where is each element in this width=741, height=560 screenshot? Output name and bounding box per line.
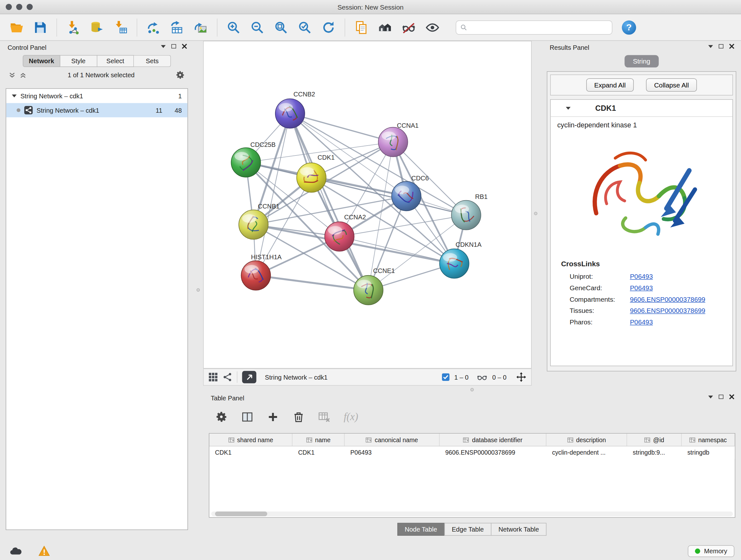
zoom-selected-button[interactable] [294, 17, 316, 38]
cell-description[interactable]: cyclin-dependent ... [546, 446, 627, 459]
tab-select[interactable]: Select [97, 55, 134, 67]
cell-id[interactable]: stringdb:9... [627, 446, 682, 459]
node-CCNB2[interactable]: CCNB2 [275, 91, 315, 128]
network-from-selection-button[interactable] [142, 17, 164, 38]
network-collection-row[interactable]: String Network – cdk1 1 [6, 89, 187, 103]
column-header-name[interactable]: name [292, 434, 345, 446]
cell-shared-name[interactable]: CDK1 [209, 446, 292, 459]
column-header-database-identifier[interactable]: database identifier [440, 434, 546, 446]
memory-button[interactable]: Memory [688, 545, 734, 557]
edge-CCNB2-HIST1H1A[interactable] [256, 114, 290, 275]
panel-float-menu-icon[interactable] [708, 395, 713, 398]
grid-view-icon[interactable] [208, 372, 218, 382]
table-settings-gear-icon[interactable] [215, 411, 228, 423]
scrollbar-thumb[interactable] [215, 511, 267, 516]
column-header-id[interactable]: @id [627, 434, 682, 446]
cell-database-identifier[interactable]: 9606.ENSP00000378699 [440, 446, 546, 459]
panel-close-icon[interactable] [182, 44, 187, 49]
crosslink-link[interactable]: P06493 [630, 318, 653, 326]
left-splitter-handle[interactable] [197, 288, 200, 292]
node-CCNA1[interactable]: CCNA1 [379, 122, 419, 157]
selected-checkbox-icon[interactable] [442, 373, 450, 381]
tab-network[interactable]: Network [23, 55, 60, 67]
right-splitter-handle[interactable] [534, 212, 537, 215]
expand-all-networks-icon[interactable] [9, 71, 16, 78]
network-row-selected[interactable]: String Network – cdk1 11 48 [6, 103, 187, 118]
table-from-network-button[interactable] [166, 17, 188, 38]
hide-selected-button[interactable] [398, 17, 420, 38]
node-HIST1H1A[interactable]: HIST1H1A [241, 253, 282, 290]
edge-CDC6-CCNE1[interactable] [368, 196, 406, 290]
panel-close-icon[interactable] [729, 44, 734, 49]
node-RB1[interactable]: RB1 [452, 193, 488, 230]
pan-crosshair-icon[interactable] [516, 372, 527, 382]
panel-float-icon[interactable] [719, 395, 724, 399]
edge-CCNB2-CCNE1[interactable] [290, 114, 368, 290]
network-canvas[interactable]: CCNB2CCNA1CDC25BCDK1CDC6RB1CCNB1CCNA2CDK… [204, 41, 531, 368]
import-table-button[interactable] [110, 17, 131, 38]
copy-document-button[interactable] [350, 17, 372, 38]
show-all-button[interactable] [421, 17, 443, 38]
crosslink-link[interactable]: 9606.ENSP00000378699 [630, 307, 705, 314]
column-header-description[interactable]: description [546, 434, 627, 446]
search-input[interactable] [470, 23, 608, 30]
zoom-in-button[interactable] [223, 17, 245, 38]
network-options-gear-icon[interactable] [176, 70, 185, 80]
save-session-button[interactable] [29, 17, 51, 38]
network-share-icon[interactable] [223, 372, 232, 382]
column-header-namespace[interactable]: namespac [682, 434, 735, 446]
crosslink-link[interactable]: P06493 [630, 273, 653, 280]
import-network-database-button[interactable] [86, 17, 108, 38]
memory-status-dot [695, 548, 700, 553]
control-panel-title: Control Panel [8, 44, 47, 51]
edge-HIST1H1A-CCNE1[interactable] [256, 275, 368, 290]
table-row[interactable]: CDK1 CDK1 P06493 9606.ENSP00000378699 cy… [209, 446, 735, 459]
column-header-shared-name[interactable]: shared name [209, 434, 292, 446]
collapse-all-button[interactable]: Collapse All [646, 78, 697, 91]
import-network-button[interactable] [62, 17, 84, 38]
panel-float-menu-icon[interactable] [708, 45, 713, 48]
cloud-status-button[interactable] [7, 544, 25, 558]
zoom-out-button[interactable] [246, 17, 268, 38]
delete-column-trash-icon[interactable] [292, 411, 305, 423]
warnings-button[interactable] [35, 544, 53, 558]
window-close-button[interactable] [6, 4, 12, 10]
panel-float-icon[interactable] [172, 44, 176, 48]
panel-close-icon[interactable] [729, 394, 734, 399]
column-header-canonical-name[interactable]: canonical name [345, 434, 440, 446]
panel-float-menu-icon[interactable] [161, 45, 165, 48]
window-minimize-button[interactable] [16, 4, 22, 10]
cell-namespace[interactable]: stringdb [682, 446, 735, 459]
gene-card-header[interactable]: CDK1 [551, 100, 733, 117]
crosslink-link[interactable]: 9606.ENSP00000378699 [630, 295, 705, 303]
gene-card-caret-icon[interactable] [566, 107, 570, 110]
horizontal-scrollbar[interactable] [211, 511, 733, 516]
cell-name[interactable]: CDK1 [292, 446, 345, 459]
collection-caret-icon[interactable] [12, 95, 17, 98]
tab-sets[interactable]: Sets [134, 55, 171, 67]
node-CDC6[interactable]: CDC6 [392, 175, 429, 211]
tab-network-table[interactable]: Network Table [491, 523, 546, 536]
panel-float-icon[interactable] [719, 44, 724, 48]
horizontal-splitter-handle[interactable] [470, 388, 474, 391]
results-tab-string[interactable]: String [624, 55, 659, 68]
expand-all-button[interactable]: Expand All [586, 78, 634, 91]
node-CDK1[interactable]: CDK1 [297, 154, 335, 192]
crosslink-link[interactable]: P06493 [630, 284, 653, 292]
help-button[interactable]: ? [622, 20, 636, 35]
edge-CCNA2-CDKN1A[interactable] [340, 237, 455, 264]
tab-edge-table[interactable]: Edge Table [444, 523, 491, 536]
image-annotation-button[interactable] [190, 17, 212, 38]
houses-button[interactable] [374, 17, 396, 38]
cell-canonical-name[interactable]: P06493 [345, 446, 440, 459]
tab-node-table[interactable]: Node Table [397, 523, 445, 536]
collapse-all-networks-icon[interactable] [19, 71, 26, 78]
tab-style[interactable]: Style [60, 55, 97, 67]
open-session-button[interactable] [6, 17, 27, 38]
window-zoom-button[interactable] [26, 4, 32, 10]
add-column-icon[interactable] [267, 411, 279, 423]
select-columns-icon[interactable] [241, 411, 254, 423]
zoom-fit-button[interactable] [270, 17, 292, 38]
refresh-view-button[interactable] [318, 17, 339, 38]
birdseye-view-button[interactable] [242, 371, 257, 383]
